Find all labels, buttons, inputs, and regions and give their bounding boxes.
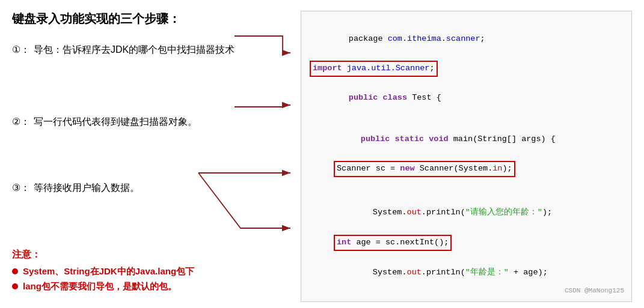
bullet-icon-1 [12,268,18,274]
code-line-blank1 [310,178,623,192]
code-line-2: import java.util.Scanner; [310,61,438,77]
step1-number: ①： [12,44,30,56]
bullet-icon-2 [12,283,18,289]
step3-text: 等待接收用户输入数据。 [34,182,140,195]
step-1: ①： 导包：告诉程序去JDK的哪个包中找扫描器技术 [12,44,235,56]
step2-number: ②： [12,116,30,128]
import-highlight: import java.util.Scanner; [310,61,438,77]
note-text-1: System、String在JDK中的Java.lang包下 [23,266,194,277]
code-block: package com.itheima.scanner; import java… [310,19,623,308]
step1-text: 导包：告诉程序去JDK的哪个包中找扫描器技术 [34,44,235,56]
main-container: 键盘录入功能实现的三个步骤： ①： 导包：告诉程序去JDK的哪个包中找扫描器技术… [0,0,644,308]
code-panel: package com.itheima.scanner; import java… [301,11,632,302]
code-line-3: public class Test { [310,77,623,119]
note-item-2: lang包不需要我们导包，是默认的包。 [12,281,194,292]
notes-section: 注意： System、String在JDK中的Java.lang包下 lang包… [12,249,194,296]
code-line-5: Scanner sc = new Scanner(System.in); [310,161,623,177]
step-3: ③： 等待接收用户输入数据。 [12,182,140,195]
watermark: CSDN @MaNong125 [565,285,624,297]
code-line-7: System.out.println("请输入您的年龄："); [310,192,623,234]
code-line-8: int age = sc.nextInt(); [310,235,623,251]
left-panel: 键盘录入功能实现的三个步骤： ①： 导包：告诉程序去JDK的哪个包中找扫描器技术… [12,11,289,302]
page-title: 键盘录入功能实现的三个步骤： [12,11,289,27]
step2-text: 写一行代码代表得到键盘扫描器对象。 [34,116,197,128]
age-highlight: int age = sc.nextInt(); [334,235,452,251]
code-line-1: package com.itheima.scanner; [310,19,623,60]
note-item-1: System、String在JDK中的Java.lang包下 [12,266,194,277]
step3-number: ③： [12,182,30,195]
scanner-highlight: Scanner sc = new Scanner(System.in); [334,161,515,177]
note-text-2: lang包不需要我们导包，是默认的包。 [23,281,177,292]
code-line-4: public static void main(String[] args) { [310,119,623,160]
step-2: ②： 写一行代码代表得到键盘扫描器对象。 [12,116,197,128]
notes-title: 注意： [12,249,194,261]
